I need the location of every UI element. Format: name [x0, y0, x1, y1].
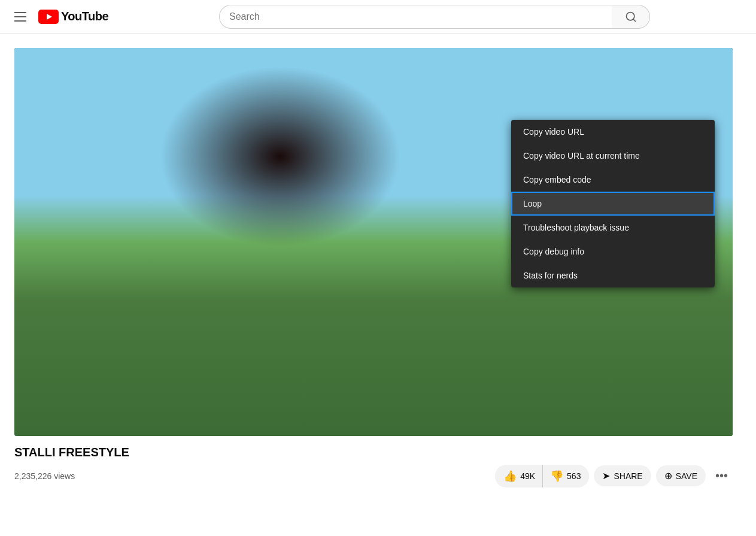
context-menu: Copy video URLCopy video URL at current …: [511, 120, 715, 287]
search-button[interactable]: [612, 5, 650, 29]
search-input[interactable]: [219, 5, 612, 29]
thumbs-up-icon: 👍: [503, 470, 517, 483]
search-form: [219, 5, 650, 29]
share-button[interactable]: ➤ SHARE: [594, 465, 651, 486]
context-menu-item-copy-debug[interactable]: Copy debug info: [511, 240, 715, 264]
thumbs-down-icon: 👎: [550, 470, 563, 483]
save-icon: ⊕: [664, 470, 672, 482]
video-title: STALLI FREESTYLE: [14, 446, 733, 459]
youtube-wordmark: YouTube: [61, 10, 108, 23]
like-count: 49K: [520, 471, 535, 481]
context-menu-item-copy-url[interactable]: Copy video URL: [511, 120, 715, 144]
video-player[interactable]: Copy video URLCopy video URL at current …: [14, 48, 733, 436]
share-label: SHARE: [614, 471, 642, 481]
like-dislike-group: 👍 49K 👎 563: [495, 465, 589, 487]
more-options-button[interactable]: •••: [711, 464, 733, 487]
dislike-count: 563: [567, 471, 581, 481]
hamburger-line: [14, 20, 26, 22]
header: YouTube: [0, 0, 756, 34]
main-content: Copy video URLCopy video URL at current …: [0, 34, 756, 492]
action-buttons: 👍 49K 👎 563 ➤ SHARE ⊕ SAVE: [495, 464, 733, 487]
search-icon: [625, 11, 637, 23]
youtube-icon: [38, 10, 59, 24]
youtube-logo[interactable]: YouTube: [38, 10, 108, 24]
video-meta: 2,235,226 views 👍 49K 👎 563 ➤ SHARE: [14, 464, 733, 487]
dislike-button[interactable]: 👎 563: [543, 465, 589, 487]
save-button[interactable]: ⊕ SAVE: [656, 465, 706, 486]
save-label: SAVE: [676, 471, 697, 481]
menu-button[interactable]: [10, 7, 31, 26]
context-menu-item-troubleshoot[interactable]: Troubleshoot playback issue: [511, 216, 715, 240]
hamburger-line: [14, 16, 26, 17]
svg-line-3: [633, 19, 635, 21]
context-menu-item-copy-embed[interactable]: Copy embed code: [511, 168, 715, 192]
context-menu-item-copy-url-time[interactable]: Copy video URL at current time: [511, 144, 715, 168]
context-menu-item-loop[interactable]: Loop: [511, 192, 715, 216]
more-icon: •••: [715, 469, 728, 483]
video-info: STALLI FREESTYLE 2,235,226 views 👍 49K 👎…: [14, 436, 733, 492]
like-button[interactable]: 👍 49K: [495, 465, 543, 487]
context-menu-item-stats-nerds[interactable]: Stats for nerds: [511, 264, 715, 287]
hamburger-line: [14, 12, 26, 13]
share-icon: ➤: [602, 470, 610, 482]
view-count: 2,235,226 views: [14, 471, 75, 481]
